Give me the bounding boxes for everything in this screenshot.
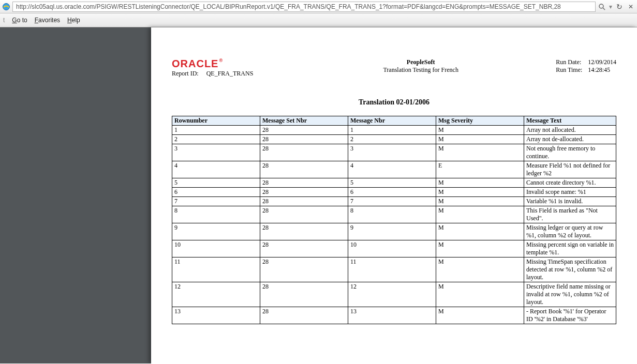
stop-icon[interactable]: ✕ — [627, 3, 635, 11]
table-row: 1281MArray not allocated. — [172, 126, 616, 135]
svg-point-1 — [599, 4, 603, 8]
cell: 6 — [172, 188, 260, 197]
cell: 10 — [172, 240, 260, 257]
cell: 28 — [260, 126, 348, 135]
cell: Array not allocated. — [524, 126, 616, 135]
cell: 28 — [260, 135, 348, 144]
data-table: Rownumber Message Set Nbr Message Nbr Ms… — [172, 116, 616, 324]
cell: 28 — [260, 240, 348, 257]
refresh-icon[interactable]: ↻ — [615, 3, 624, 11]
cell: M — [436, 197, 524, 206]
section-title: Translation 02-01/2006 — [172, 98, 616, 107]
cell: 5 — [172, 178, 260, 188]
url-input[interactable] — [12, 2, 596, 12]
col-message-set-nbr: Message Set Nbr — [260, 116, 348, 126]
cell: M — [436, 188, 524, 197]
report-title: PeopleSoft — [383, 58, 458, 66]
menu-help[interactable]: Help — [67, 17, 80, 24]
col-message-text: Message Text — [524, 116, 616, 126]
cell: Missing percent sign on variable in temp… — [524, 240, 616, 257]
search-icon[interactable] — [598, 3, 606, 11]
cell: 2 — [348, 135, 436, 144]
cell: M — [436, 282, 524, 307]
cell: Cannot create directory %1. — [524, 178, 616, 188]
table-header-row: Rownumber Message Set Nbr Message Nbr Ms… — [172, 116, 616, 126]
table-row: 3283MNot enough free memory to continue. — [172, 144, 616, 161]
cell: 28 — [260, 144, 348, 161]
cell: M — [436, 307, 524, 324]
svg-line-2 — [603, 8, 605, 10]
oracle-logo-text: ORACLE — [172, 58, 218, 69]
table-row: 4284EMeasure Field %1 not defined for le… — [172, 161, 616, 178]
menu-goto[interactable]: Go to — [12, 17, 27, 24]
run-time-label: Run Time: — [556, 66, 588, 74]
pdf-viewer: ORACLE® Report ID: QE_FRA_TRANS PeopleSo… — [0, 27, 637, 363]
cell: 28 — [260, 188, 348, 197]
cell: M — [436, 206, 524, 223]
pdf-gray-margin — [0, 27, 151, 363]
report-subtitle: Translation Testing for French — [383, 66, 458, 74]
cell: Array not de-allocated. — [524, 135, 616, 144]
report-header-right: Run Date:12/09/2014 Run Time:14:28:45 — [556, 58, 616, 74]
cell: 11 — [348, 257, 436, 282]
cell: 2 — [172, 135, 260, 144]
oracle-logo: ORACLE® — [172, 58, 286, 69]
cell: 28 — [260, 307, 348, 324]
cell: M — [436, 126, 524, 135]
cell: 28 — [260, 257, 348, 282]
table-row: 8288MThis Field is marked as "Not Used". — [172, 206, 616, 223]
cell: 10 — [348, 240, 436, 257]
cell: 6 — [348, 188, 436, 197]
menu-bar: t Go to Favorites Help — [0, 13, 637, 27]
run-time-value: 14:28:45 — [588, 66, 610, 73]
report-id-value: QE_FRA_TRANS — [206, 70, 254, 77]
table-body: 1281MArray not allocated.2282MArray not … — [172, 126, 616, 324]
cell: 12 — [348, 282, 436, 307]
cell: M — [436, 223, 524, 240]
report-header-center: PeopleSoft Translation Testing for Frenc… — [383, 58, 458, 74]
cell: 5 — [348, 178, 436, 188]
cell: 28 — [260, 206, 348, 223]
cell: This Field is marked as "Not Used". — [524, 206, 616, 223]
cell: 28 — [260, 197, 348, 206]
cell: 12 — [172, 282, 260, 307]
cell: Measure Field %1 not defined for ledger … — [524, 161, 616, 178]
menu-favorites[interactable]: Favorites — [35, 17, 60, 24]
table-row: 6286MInvalid scope name: %1 — [172, 188, 616, 197]
cell: M — [436, 135, 524, 144]
cell: - Report Book '%1' for Operator ID '%2' … — [524, 307, 616, 324]
cell: 7 — [348, 197, 436, 206]
cell: 9 — [348, 223, 436, 240]
table-row: 102810MMissing percent sign on variable … — [172, 240, 616, 257]
cell: 11 — [172, 257, 260, 282]
cell: E — [436, 161, 524, 178]
cell: 1 — [348, 126, 436, 135]
cell: Descriptive field name missing or invali… — [524, 282, 616, 307]
cell: Missing TimeSpan specification detected … — [524, 257, 616, 282]
cell: Invalid scope name: %1 — [524, 188, 616, 197]
cell: M — [436, 178, 524, 188]
pdf-page: ORACLE® Report ID: QE_FRA_TRANS PeopleSo… — [151, 27, 637, 363]
table-row: 112811MMissing TimeSpan specification de… — [172, 257, 616, 282]
report-id-label: Report ID: — [172, 70, 199, 77]
cell: 28 — [260, 282, 348, 307]
cell: Variable %1 is invalid. — [524, 197, 616, 206]
run-date-value: 12/09/2014 — [588, 58, 616, 66]
run-date-label: Run Date: — [556, 58, 588, 66]
registered-icon: ® — [219, 58, 223, 63]
cell: 13 — [348, 307, 436, 324]
table-row: 5285MCannot create directory %1. — [172, 178, 616, 188]
separator-icon: ▾ — [609, 3, 612, 10]
cell: 9 — [172, 223, 260, 240]
address-bar: ▾ ↻ ✕ — [0, 0, 637, 13]
browser-chrome: ▾ ↻ ✕ t Go to Favorites Help — [0, 0, 637, 27]
table-row: 7287MVariable %1 is invalid. — [172, 197, 616, 206]
menu-separator: t — [3, 17, 5, 24]
report-header-left: ORACLE® Report ID: QE_FRA_TRANS — [172, 58, 286, 78]
cell: 28 — [260, 161, 348, 178]
cell: 3 — [348, 144, 436, 161]
report-header: ORACLE® Report ID: QE_FRA_TRANS PeopleSo… — [172, 58, 616, 78]
ie-icon — [2, 3, 10, 11]
cell: 4 — [348, 161, 436, 178]
cell: 7 — [172, 197, 260, 206]
